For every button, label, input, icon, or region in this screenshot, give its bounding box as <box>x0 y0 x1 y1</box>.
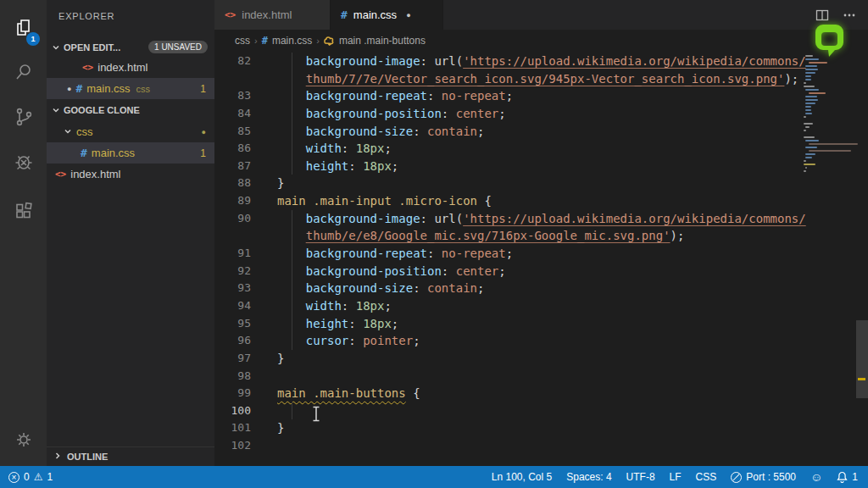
code-line[interactable]: 95height: 18px; <box>214 315 868 333</box>
minimap[interactable] <box>804 55 843 174</box>
chevron-down-icon <box>52 43 60 52</box>
indentation[interactable]: Spaces: 4 <box>566 471 611 483</box>
outline-section-header[interactable]: OUTLINE <box>47 446 214 466</box>
breadcrumb-separator: › <box>316 36 320 46</box>
text-cursor-ibeam <box>311 406 321 425</box>
errors-icon <box>8 472 19 483</box>
code-line[interactable]: 84background-position: center; <box>214 105 868 123</box>
live-server-port[interactable]: Port : 5500 <box>731 471 796 483</box>
css-file-icon: # <box>341 8 348 21</box>
open-editor-item-main-css[interactable]: ● # main.css css 1 <box>47 78 214 99</box>
code-line[interactable]: 83background-repeat: no-repeat; <box>214 87 868 105</box>
chevron-down-icon <box>64 125 72 138</box>
code-line[interactable]: 88} <box>214 175 868 192</box>
debug-icon[interactable] <box>0 142 47 181</box>
warnings-icon: ⚠ <box>34 471 43 483</box>
tab-main-css[interactable]: # main.css ● <box>331 0 443 30</box>
vscode-window: 1 EXPLORER OPEN EDIT... 1 UNSAVED <> ind… <box>0 0 868 488</box>
watermark-logo <box>812 22 846 61</box>
breadcrumb: css › # main.css › main .main-buttons <box>214 30 868 52</box>
code-line[interactable]: 92background-position: center; <box>214 263 868 280</box>
explorer-sidebar: EXPLORER OPEN EDIT... 1 UNSAVED <> index… <box>47 0 214 466</box>
eol-sequence[interactable]: LF <box>670 471 682 483</box>
code-line[interactable]: 102 <box>214 437 868 455</box>
sidebar-title: EXPLORER <box>47 0 214 21</box>
settings-gear-icon[interactable] <box>0 420 47 459</box>
problems-badge: 1 <box>200 147 206 159</box>
chevron-right-icon <box>53 452 62 462</box>
breadcrumb-symbol[interactable]: main .main-buttons <box>339 35 426 47</box>
tree-file-main-css[interactable]: # main.css 1 <box>47 142 214 164</box>
search-icon[interactable] <box>0 53 47 92</box>
explorer-icon[interactable]: 1 <box>0 8 47 47</box>
code-line[interactable]: 93background-size: contain; <box>214 280 868 297</box>
css-file-icon: # <box>81 147 87 159</box>
cursor-position[interactable]: Ln 100, Col 5 <box>492 471 552 483</box>
project-section-header[interactable]: GOOGLE CLONE <box>47 100 214 119</box>
modified-dot-icon: ● <box>67 85 71 93</box>
css-file-icon: # <box>75 82 82 95</box>
encoding[interactable]: UTF-8 <box>626 471 655 483</box>
code-line[interactable]: 96cursor: pointer; <box>214 332 868 350</box>
code-line[interactable]: 90background-image: url('https://upload.… <box>214 210 868 228</box>
vertical-scrollbar-thumb[interactable] <box>856 320 868 398</box>
tab-index-html[interactable]: <> index.html <box>214 0 331 30</box>
breadcrumb-separator: › <box>254 36 258 46</box>
tree-folder-css[interactable]: css ● <box>47 121 214 142</box>
folder-modified-dot-icon: ● <box>202 128 206 136</box>
unsaved-badge: 1 UNSAVED <box>148 41 208 53</box>
code-line[interactable]: 86width: 18px; <box>214 140 868 158</box>
problems-badge: 1 <box>200 83 206 95</box>
activity-bar: 1 <box>0 0 47 466</box>
extensions-icon[interactable] <box>0 193 47 232</box>
language-mode[interactable]: CSS <box>696 471 717 483</box>
html-file-icon: <> <box>55 169 66 180</box>
tree-file-index-html[interactable]: <> index.html <box>47 164 214 185</box>
code-line[interactable]: 99main .main-buttons { <box>214 385 868 402</box>
breadcrumb-css[interactable]: css <box>235 35 250 47</box>
code-line[interactable]: 82background-image: url('https://upload.… <box>214 53 868 70</box>
html-file-icon: <> <box>225 9 236 20</box>
breadcrumb-main-css[interactable]: main.css <box>272 35 312 47</box>
notifications[interactable]: 1 <box>837 471 858 483</box>
code-line[interactable]: 94width: 18px; <box>214 297 868 315</box>
code-line[interactable]: 87height: 18px; <box>214 158 868 175</box>
status-bar: 0 ⚠ 1 Ln 100, Col 5 Spaces: 4 UTF-8 LF C… <box>0 466 868 488</box>
problems-indicator[interactable]: 0 ⚠ 1 <box>8 471 53 483</box>
chevron-down-icon <box>52 106 60 114</box>
bell-icon <box>837 471 848 483</box>
explorer-badge: 1 <box>26 32 40 46</box>
symbol-ruleset-icon <box>324 36 335 47</box>
code-line[interactable]: thumb/7/7e/Vector_search_icon.svg/945px-… <box>214 70 868 88</box>
overview-ruler-warning-mark <box>858 378 865 380</box>
code-line[interactable]: 91background-repeat: no-repeat; <box>214 245 868 263</box>
port-icon <box>731 472 742 483</box>
code-line[interactable]: 97} <box>214 350 868 368</box>
html-file-icon: <> <box>82 62 93 73</box>
split-editor-icon[interactable] <box>815 8 829 22</box>
code-line[interactable]: 98 <box>214 368 868 385</box>
code-line[interactable]: 85background-size: contain; <box>214 123 868 141</box>
more-actions-icon[interactable] <box>843 8 856 22</box>
open-editors-header[interactable]: OPEN EDIT... 1 UNSAVED <box>47 37 214 57</box>
source-control-icon[interactable] <box>0 97 47 136</box>
tab-bar: <> index.html # main.css ● <box>214 0 868 30</box>
editor-group: <> index.html # main.css ● css › # main. <box>214 0 868 466</box>
open-editor-item-index-html[interactable]: <> index.html <box>47 57 214 78</box>
css-file-icon: # <box>262 35 268 47</box>
modified-dot-icon: ● <box>406 11 410 19</box>
feedback-smiley-icon[interactable]: ☺ <box>810 472 822 482</box>
code-line[interactable]: 89main .main-input .micro-icon { <box>214 192 868 210</box>
code-editor[interactable]: 82background-image: url('https://upload.… <box>214 53 868 466</box>
code-line[interactable]: thumb/e/e8/Google_mic.svg/716px-Google_m… <box>214 227 868 245</box>
